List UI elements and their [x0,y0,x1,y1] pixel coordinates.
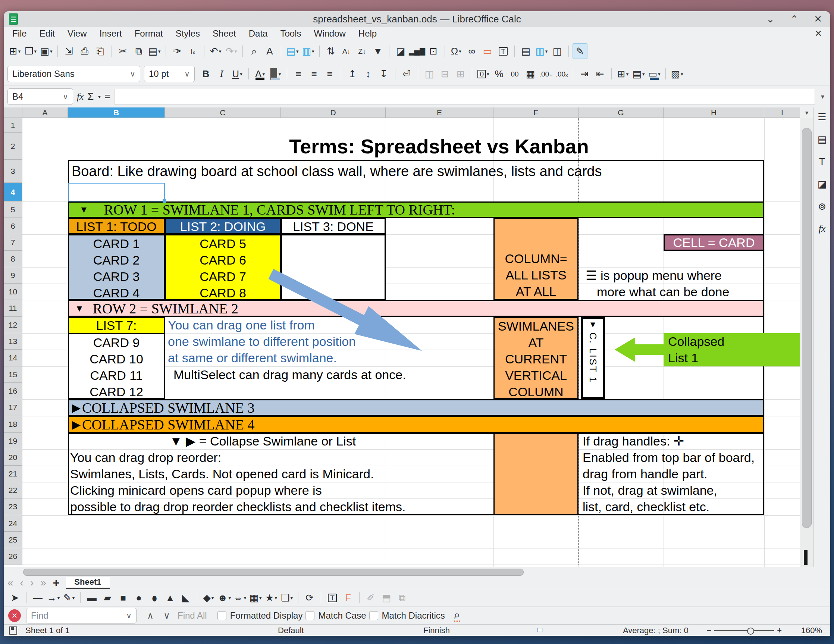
lines-and-arrows-icon[interactable]: →▾ [46,590,61,605]
vertical-scroll-thumb[interactable] [802,128,811,528]
column-header-c[interactable]: C [165,107,281,118]
save-icon[interactable]: ▣▾ [39,43,54,59]
conditional-formatting-icon[interactable]: ▧▾ [669,66,684,82]
row-header-14[interactable]: 14 [4,350,23,366]
center-vertically-icon[interactable]: ↕ [361,66,376,82]
menu-view[interactable]: View [61,28,93,39]
row-header-26[interactable]: 26 [4,548,23,565]
sort-icon[interactable]: ⇅ [323,43,338,59]
row-header-25[interactable]: 25 [4,532,23,548]
find-input[interactable]: Find ∨ [26,608,136,623]
styles-deck-icon[interactable]: T [819,157,825,167]
bold-icon[interactable]: B [199,66,213,82]
ellipse-icon[interactable]: ● [147,590,162,605]
highlighting-color-icon[interactable]: ▉▾ [268,66,283,82]
vertical-scroll-track[interactable] [800,118,813,567]
zoom-level[interactable]: 160% [801,626,822,636]
navigator-deck-icon[interactable]: ⊚ [818,201,826,211]
menu-sheet[interactable]: Sheet [206,28,242,39]
insert-text-box-icon[interactable]: T [325,590,340,605]
swimlane4-bar[interactable]: ▶ COLLAPSED SWIMLANE 4 [68,416,764,433]
zoom-out-icon[interactable]: − [706,626,711,636]
export-pdf-icon[interactable]: ⇲ [61,43,76,59]
rotate-icon[interactable]: ⟳ [302,590,317,605]
undo-icon[interactable]: ↶▾ [208,43,223,59]
align-center-icon[interactable]: ≡ [307,66,322,82]
zoom-slider-knob[interactable] [747,628,754,635]
menu-data[interactable]: Data [242,28,274,39]
column-header-b[interactable]: B [68,107,165,118]
collapsed-list-box[interactable]: ▼ C. LIST 1 [581,317,605,399]
row-header-23[interactable]: 23 [4,498,23,515]
sort-descending-icon[interactable]: Z↓ [355,43,370,59]
stars-and-banners-icon[interactable]: ★▾ [264,590,279,605]
basic-shapes-icon[interactable]: ◆▾ [201,590,216,605]
function-wizard-icon[interactable]: fx [77,91,84,102]
align-right-icon[interactable]: ≡ [322,66,337,82]
selected-cell[interactable] [68,183,165,201]
zoom-in-icon[interactable]: + [777,626,782,636]
column-header-h[interactable]: H [664,107,764,118]
menu-window[interactable]: Window [307,28,352,39]
menu-edit[interactable]: Edit [33,28,61,39]
insert-text-box-icon[interactable]: T [496,43,511,59]
freeze-rows-and-columns-icon[interactable]: ▥▾ [534,43,549,59]
checkbox-formatted-display[interactable]: Formatted Display [217,610,303,621]
sheet-tab-sheet1[interactable]: Sheet1 [66,577,109,589]
decrease-indent-icon[interactable]: ⇤ [593,66,608,82]
row-header-4[interactable]: 4 [4,183,23,201]
menu-tools[interactable]: Tools [274,28,307,39]
add-sheet-button[interactable]: + [53,576,60,589]
swimlane2-bar[interactable]: ▼ ROW 2 = SWIMLANE 2 [68,300,764,317]
row-header-13[interactable]: 13 [4,333,23,350]
titlebar[interactable]: spreadsheet_vs_kanban.ods — LibreOffice … [4,11,830,27]
swimlane3-bar[interactable]: ▶ COLLAPSED SWIMLANE 3 [68,399,764,416]
expand-triangle-icon[interactable]: ▶ [72,419,81,430]
rounded-rectangle-icon[interactable]: ▰ [100,590,115,605]
vertical-scrollbar[interactable]: ▾ [800,107,813,567]
find-and-replace-icon[interactable]: ⌕ [454,609,460,622]
expand-formula-bar-icon[interactable]: ▾ [805,107,809,118]
select-function-icon[interactable]: Σ [87,91,94,103]
row-header-7[interactable]: 7 [4,234,23,251]
symbol-shapes-icon[interactable]: ☻▾ [217,590,232,605]
format-as-date-icon[interactable]: ▦ [523,66,538,82]
collapse-triangle-icon[interactable]: ▼ [589,320,597,329]
sidebar-settings-icon[interactable]: ☰ [818,112,826,121]
language-status[interactable]: Finnish [423,626,450,636]
swimlane1-bar[interactable]: ▼ ROW 1 = SWIMLANE 1, CARDS SWIM LEFT TO… [68,201,764,218]
column-header-g[interactable]: G [579,107,664,118]
spreadsheet-grid[interactable]: Terms: Spreadsheet vs Kanban Board: Like… [4,107,800,567]
find-next-button[interactable]: ∨ [161,610,172,621]
fontwork-icon[interactable]: F [341,590,356,605]
row-header-15[interactable]: 15 [4,366,23,383]
row-header-17[interactable]: 17 [4,399,23,416]
callout-shapes-icon[interactable]: ❏▾ [280,590,294,605]
sheet-info[interactable]: Sheet 1 of 1 [25,626,70,636]
checkbox-match-case[interactable]: Match Case [305,610,366,621]
find-previous-button[interactable]: ∧ [145,610,156,621]
insert-special-character-icon[interactable]: Ω▾ [449,43,464,59]
column-header-i[interactable]: I [764,107,800,118]
grid-corner[interactable] [4,107,23,118]
horizontal-scroll-thumb[interactable] [23,569,524,576]
increase-indent-icon[interactable]: ⇥ [577,66,592,82]
paste-icon[interactable]: ▤▾ [147,43,162,59]
split-handle[interactable] [804,550,808,565]
format-as-number-icon[interactable]: 00 [507,66,522,82]
row-header-19[interactable]: 19 [4,433,23,449]
font-color-icon[interactable]: A▾ [252,66,267,82]
borders-icon[interactable]: ⊞▾ [616,66,630,82]
insert-line-icon[interactable]: — [30,590,45,605]
isosceles-triangle-icon[interactable]: ▲ [163,590,178,605]
close-document-button[interactable]: ✕ [815,28,828,39]
new-icon[interactable]: ⊞▾ [8,43,23,59]
insert-row-icon[interactable]: ▤▾ [285,43,300,59]
delete-decimal-place-icon[interactable]: .00ₓ [554,66,569,82]
row-header-20[interactable]: 20 [4,449,23,466]
row-header-3[interactable]: 3 [4,160,23,183]
collapse-triangle-icon[interactable]: ▼ [79,205,88,214]
input-line[interactable] [114,89,815,105]
row-header-11[interactable]: 11 [4,300,23,317]
column-header-a[interactable]: A [23,107,68,118]
